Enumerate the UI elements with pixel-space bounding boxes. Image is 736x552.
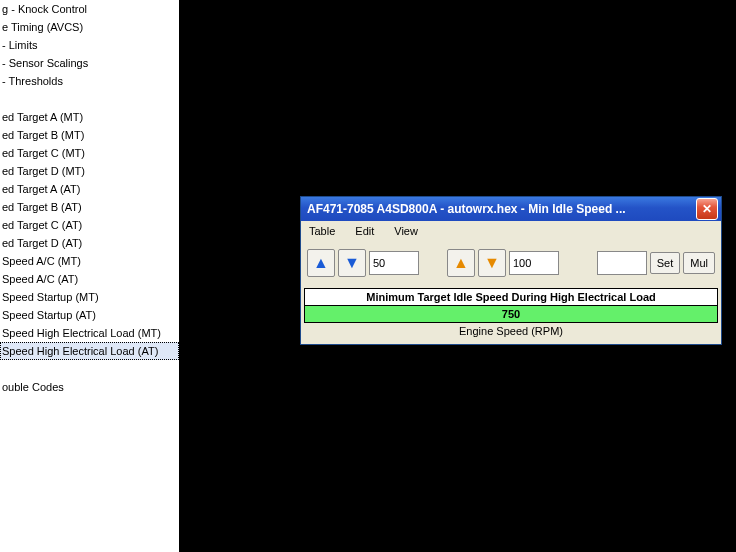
tree-item-3[interactable]: - Sensor Scalings bbox=[0, 54, 179, 72]
set-button[interactable]: Set bbox=[650, 252, 681, 274]
menu-table[interactable]: Table bbox=[305, 223, 339, 239]
menu-edit[interactable]: Edit bbox=[351, 223, 378, 239]
tree-item-4[interactable]: - Thresholds bbox=[0, 72, 179, 90]
tree-item-19[interactable]: Speed High Electrical Load (AT) bbox=[0, 342, 179, 360]
tree-item-2[interactable]: - Limits bbox=[0, 36, 179, 54]
arrow-down-icon: ▼ bbox=[484, 254, 500, 272]
table-editor-window: AF471-7085 A4SD800A - autowrx.hex - Min … bbox=[300, 196, 722, 345]
tree-item-10[interactable]: ed Target A (AT) bbox=[0, 180, 179, 198]
close-button[interactable]: ✕ bbox=[696, 198, 718, 220]
tree-item-20 bbox=[0, 360, 179, 378]
menubar: Table Edit View bbox=[301, 221, 721, 241]
titlebar[interactable]: AF471-7085 A4SD800A - autowrx.hex - Min … bbox=[301, 197, 721, 221]
tree-item-12[interactable]: ed Target C (AT) bbox=[0, 216, 179, 234]
tree-item-14[interactable]: Speed A/C (MT) bbox=[0, 252, 179, 270]
tree-item-15[interactable]: Speed A/C (AT) bbox=[0, 270, 179, 288]
fine-decrease-button[interactable]: ▼ bbox=[478, 249, 506, 277]
fine-increase-button[interactable]: ▲ bbox=[447, 249, 475, 277]
tree-item-16[interactable]: Speed Startup (MT) bbox=[0, 288, 179, 306]
tree-item-7[interactable]: ed Target B (MT) bbox=[0, 126, 179, 144]
tree-item-0[interactable]: g - Knock Control bbox=[0, 0, 179, 18]
data-table: Minimum Target Idle Speed During High El… bbox=[304, 288, 718, 323]
coarse-step-input[interactable] bbox=[369, 251, 419, 275]
arrow-down-icon: ▼ bbox=[344, 254, 360, 272]
coarse-increase-button[interactable]: ▲ bbox=[307, 249, 335, 277]
mul-button[interactable]: Mul bbox=[683, 252, 715, 274]
menu-view[interactable]: View bbox=[390, 223, 422, 239]
tree-item-21[interactable]: ouble Codes bbox=[0, 378, 179, 396]
tree-item-11[interactable]: ed Target B (AT) bbox=[0, 198, 179, 216]
tree-item-6[interactable]: ed Target A (MT) bbox=[0, 108, 179, 126]
table-value-cell[interactable]: 750 bbox=[305, 306, 718, 323]
tree-sidebar: g - Knock Controle Timing (AVCS) - Limit… bbox=[0, 0, 180, 552]
arrow-up-icon: ▲ bbox=[313, 254, 329, 272]
tree-item-9[interactable]: ed Target D (MT) bbox=[0, 162, 179, 180]
table-header: Minimum Target Idle Speed During High El… bbox=[305, 289, 718, 306]
tree-item-8[interactable]: ed Target C (MT) bbox=[0, 144, 179, 162]
arrow-up-icon: ▲ bbox=[453, 254, 469, 272]
coarse-decrease-button[interactable]: ▼ bbox=[338, 249, 366, 277]
window-title: AF471-7085 A4SD800A - autowrx.hex - Min … bbox=[307, 202, 696, 216]
axis-label: Engine Speed (RPM) bbox=[304, 323, 718, 341]
tree-item-18[interactable]: Speed High Electrical Load (MT) bbox=[0, 324, 179, 342]
fine-step-input[interactable] bbox=[509, 251, 559, 275]
tree-item-5 bbox=[0, 90, 179, 108]
tree-item-17[interactable]: Speed Startup (AT) bbox=[0, 306, 179, 324]
custom-value-input[interactable] bbox=[597, 251, 647, 275]
tree-item-13[interactable]: ed Target D (AT) bbox=[0, 234, 179, 252]
toolbar: ▲ ▼ ▲ ▼ Set Mul bbox=[301, 241, 721, 285]
close-icon: ✕ bbox=[702, 202, 712, 216]
tree-item-1[interactable]: e Timing (AVCS) bbox=[0, 18, 179, 36]
